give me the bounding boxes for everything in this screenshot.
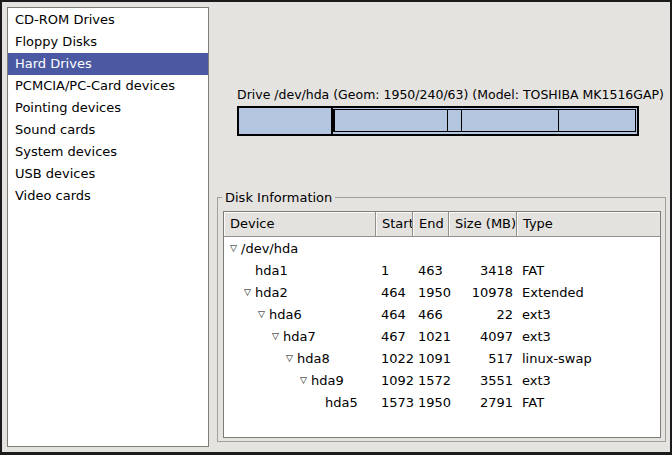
partition-table-body: ▽/dev/hdahda114633418FAT▽hda246419501097…	[224, 237, 660, 413]
partition-row-hda8[interactable]: ▽hda810221091517linux-swap	[224, 347, 660, 369]
hardware-browser-window: CD-ROM DrivesFloppy DisksHard DrivesPCMC…	[0, 0, 672, 455]
sidebar-item-pcmcia-pc-card-devices[interactable]: PCMCIA/PC-Card devices	[8, 75, 208, 97]
cell-device: hda1	[224, 263, 376, 278]
cell-size: 4097	[449, 329, 517, 344]
partition-segment-hda9	[462, 110, 559, 131]
device-name: hda1	[255, 263, 288, 278]
sidebar-item-cd-rom-drives[interactable]: CD-ROM Drives	[8, 9, 208, 31]
expander-down-icon[interactable]: ▽	[254, 307, 269, 322]
partition-segment-hda8	[448, 110, 462, 131]
expander-down-icon[interactable]: ▽	[240, 285, 255, 300]
sidebar-item-floppy-disks[interactable]: Floppy Disks	[8, 31, 208, 53]
sidebar-item-video-cards[interactable]: Video cards	[8, 185, 208, 207]
cell-type: FAT	[517, 263, 660, 278]
partition-segment-hda2	[333, 109, 636, 132]
expander-down-icon[interactable]: ▽	[282, 351, 297, 366]
partition-row-hda2[interactable]: ▽hda2464195010978Extended	[224, 281, 660, 303]
sidebar-item-sound-cards[interactable]: Sound cards	[8, 119, 208, 141]
partition-segment-hda7	[335, 110, 447, 131]
cell-type: Extended	[517, 285, 660, 300]
cell-type: ext3	[517, 307, 660, 322]
device-name: hda5	[325, 395, 358, 410]
column-header-device[interactable]: Device	[224, 212, 376, 237]
partition-segment-hda1	[239, 108, 333, 134]
device-name: hda6	[269, 307, 302, 322]
cell-start: 464	[376, 307, 413, 322]
column-header-end[interactable]: End	[413, 212, 449, 237]
disk-information-group: Disk Information DeviceStartEndSize (MB)…	[217, 197, 666, 442]
device-name: hda9	[311, 373, 344, 388]
cell-size: 10978	[449, 285, 517, 300]
expander-down-icon[interactable]: ▽	[296, 373, 311, 388]
cell-start: 1092	[376, 373, 413, 388]
drive-summary-label: Drive /dev/hda (Geom: 1950/240/63) (Mode…	[237, 87, 639, 103]
cell-start: 1022	[376, 351, 413, 366]
cell-type: linux-swap	[517, 351, 660, 366]
column-header-size-mb[interactable]: Size (MB)	[449, 212, 517, 237]
device-name: /dev/hda	[241, 241, 298, 256]
cell-start: 464	[376, 285, 413, 300]
device-name: hda8	[297, 351, 330, 366]
device-name: hda2	[255, 285, 288, 300]
partition-row-hda5[interactable]: hda5157319502791FAT	[224, 391, 660, 413]
sidebar-item-system-devices[interactable]: System devices	[8, 141, 208, 163]
column-header-type[interactable]: Type	[517, 212, 660, 237]
partition-row-hda7[interactable]: ▽hda746710214097ext3	[224, 325, 660, 347]
cell-device: hda5	[224, 395, 376, 410]
cell-type: ext3	[517, 329, 660, 344]
cell-device: ▽hda7	[224, 329, 376, 344]
cell-end: 1950	[413, 395, 449, 410]
cell-start: 467	[376, 329, 413, 344]
partition-row-hda1[interactable]: hda114633418FAT	[224, 259, 660, 281]
sidebar-item-hard-drives[interactable]: Hard Drives	[8, 53, 208, 75]
device-category-list: CD-ROM DrivesFloppy DisksHard DrivesPCMC…	[7, 7, 209, 447]
partition-table-header: DeviceStartEndSize (MB)Type	[224, 212, 660, 237]
cell-end: 466	[413, 307, 449, 322]
disk-information-label: Disk Information	[222, 190, 335, 205]
cell-type: ext3	[517, 373, 660, 388]
column-header-start[interactable]: Start	[376, 212, 413, 237]
device-name: hda7	[283, 329, 316, 344]
cell-end: 1021	[413, 329, 449, 344]
partition-row-hda6[interactable]: ▽hda646446622ext3	[224, 303, 660, 325]
cell-device: ▽/dev/hda	[224, 241, 376, 256]
partition-row-hda9[interactable]: ▽hda9109215723551ext3	[224, 369, 660, 391]
cell-device: ▽hda2	[224, 285, 376, 300]
sidebar-item-usb-devices[interactable]: USB devices	[8, 163, 208, 185]
cell-device: ▽hda8	[224, 351, 376, 366]
cell-end: 463	[413, 263, 449, 278]
partition-bar	[237, 106, 639, 136]
cell-end: 1572	[413, 373, 449, 388]
partition-table: DeviceStartEndSize (MB)Type ▽/dev/hdahda…	[223, 211, 661, 438]
cell-size: 3418	[449, 263, 517, 278]
cell-size: 2791	[449, 395, 517, 410]
cell-type: FAT	[517, 395, 660, 410]
cell-size: 517	[449, 351, 517, 366]
sidebar-item-pointing-devices[interactable]: Pointing devices	[8, 97, 208, 119]
cell-size: 3551	[449, 373, 517, 388]
partition-segment-hda5	[559, 110, 635, 131]
cell-end: 1950	[413, 285, 449, 300]
cell-device: ▽hda6	[224, 307, 376, 322]
cell-device: ▽hda9	[224, 373, 376, 388]
cell-start: 1	[376, 263, 413, 278]
cell-end: 1091	[413, 351, 449, 366]
expander-down-icon[interactable]: ▽	[226, 241, 241, 256]
cell-start: 1573	[376, 395, 413, 410]
expander-down-icon[interactable]: ▽	[268, 329, 283, 344]
cell-size: 22	[449, 307, 517, 322]
partition-row-dev-hda[interactable]: ▽/dev/hda	[224, 237, 660, 259]
